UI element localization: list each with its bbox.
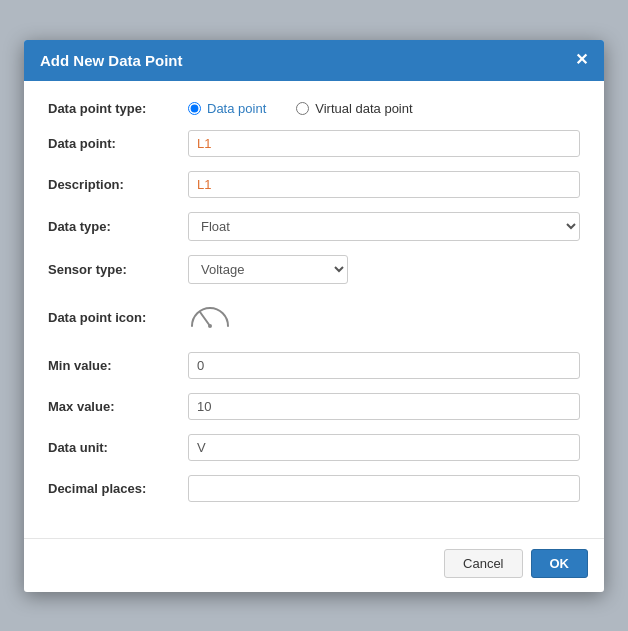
description-control bbox=[188, 171, 580, 198]
gauge-icon bbox=[188, 298, 232, 337]
data-unit-row: Data unit: bbox=[48, 434, 580, 461]
max-value-input[interactable] bbox=[188, 393, 580, 420]
data-point-icon-row: Data point icon: bbox=[48, 298, 580, 338]
data-point-type-label: Data point type: bbox=[48, 101, 188, 116]
min-value-row: Min value: bbox=[48, 352, 580, 379]
data-point-control bbox=[188, 130, 580, 157]
data-unit-label: Data unit: bbox=[48, 440, 188, 455]
close-button[interactable]: ✕ bbox=[575, 52, 588, 68]
dialog-footer: Cancel OK bbox=[24, 538, 604, 592]
icon-area bbox=[188, 298, 580, 338]
max-value-control bbox=[188, 393, 580, 420]
description-input[interactable] bbox=[188, 171, 580, 198]
dialog-body: Data point type: Data point Virtual data… bbox=[24, 81, 604, 532]
data-point-row: Data point: bbox=[48, 130, 580, 157]
data-point-input[interactable] bbox=[188, 130, 580, 157]
svg-point-1 bbox=[208, 324, 212, 328]
description-label: Description: bbox=[48, 177, 188, 192]
max-value-label: Max value: bbox=[48, 399, 188, 414]
decimal-places-label: Decimal places: bbox=[48, 481, 188, 496]
data-point-label: Data point: bbox=[48, 136, 188, 151]
data-point-icon-label: Data point icon: bbox=[48, 310, 188, 325]
radio-virtual-text: Virtual data point bbox=[315, 101, 412, 116]
decimal-places-control bbox=[188, 475, 580, 502]
radio-virtual[interactable] bbox=[296, 102, 309, 115]
cancel-button[interactable]: Cancel bbox=[444, 549, 522, 578]
radio-data-point-text: Data point bbox=[207, 101, 266, 116]
data-unit-control bbox=[188, 434, 580, 461]
data-type-row: Data type: Float Integer String Boolean bbox=[48, 212, 580, 241]
data-type-control: Float Integer String Boolean bbox=[188, 212, 580, 241]
sensor-type-label: Sensor type: bbox=[48, 262, 188, 277]
data-point-type-row: Data point type: Data point Virtual data… bbox=[48, 101, 580, 116]
data-type-select[interactable]: Float Integer String Boolean bbox=[188, 212, 580, 241]
sensor-type-select[interactable]: Voltage Current Temperature Pressure bbox=[188, 255, 348, 284]
decimal-places-input[interactable] bbox=[188, 475, 580, 502]
data-unit-input[interactable] bbox=[188, 434, 580, 461]
sensor-type-control: Voltage Current Temperature Pressure bbox=[188, 255, 580, 284]
radio-data-point-label[interactable]: Data point bbox=[188, 101, 266, 116]
min-value-input[interactable] bbox=[188, 352, 580, 379]
max-value-row: Max value: bbox=[48, 393, 580, 420]
svg-line-0 bbox=[200, 312, 210, 326]
min-value-label: Min value: bbox=[48, 358, 188, 373]
ok-button[interactable]: OK bbox=[531, 549, 589, 578]
decimal-places-row: Decimal places: bbox=[48, 475, 580, 502]
min-value-control bbox=[188, 352, 580, 379]
dialog-header: Add New Data Point ✕ bbox=[24, 40, 604, 81]
data-type-label: Data type: bbox=[48, 219, 188, 234]
radio-data-point[interactable] bbox=[188, 102, 201, 115]
add-data-point-dialog: Add New Data Point ✕ Data point type: Da… bbox=[24, 40, 604, 592]
description-row: Description: bbox=[48, 171, 580, 198]
data-point-type-control: Data point Virtual data point bbox=[188, 101, 580, 116]
radio-virtual-label[interactable]: Virtual data point bbox=[296, 101, 412, 116]
dialog-title: Add New Data Point bbox=[40, 52, 183, 69]
sensor-type-row: Sensor type: Voltage Current Temperature… bbox=[48, 255, 580, 284]
